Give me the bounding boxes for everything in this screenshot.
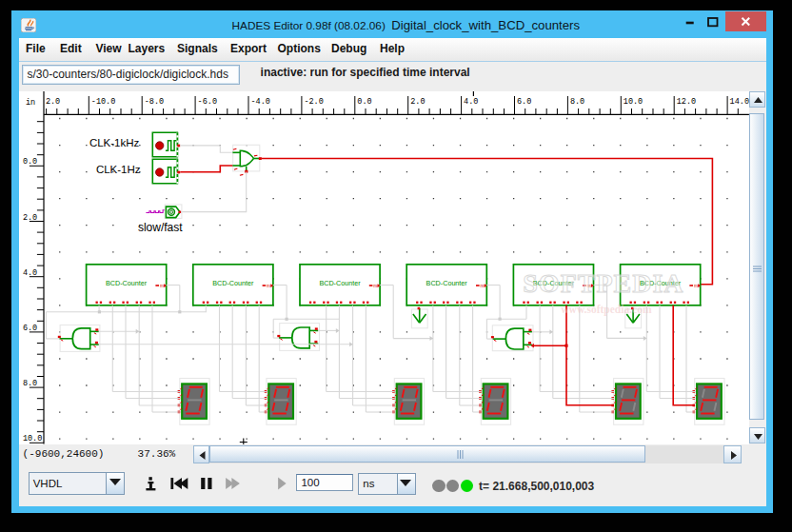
- svg-text:www.softpedia.com: www.softpedia.com: [561, 304, 652, 316]
- svg-text:in: in: [25, 98, 34, 108]
- svg-text:14.0: 14.0: [729, 97, 748, 107]
- svg-text:-10.0: -10.0: [90, 97, 115, 107]
- svg-text:BCD-Counter: BCD-Counter: [319, 279, 361, 287]
- svg-text:10.0: 10.0: [623, 97, 642, 107]
- svg-text:2.0: 2.0: [410, 97, 425, 107]
- svg-text:-8.0: -8.0: [144, 97, 163, 107]
- svg-text:-6.0: -6.0: [197, 97, 216, 107]
- svg-text:BCD-Counter: BCD-Counter: [212, 279, 254, 287]
- svg-text:8.0: 8.0: [22, 379, 36, 388]
- svg-text:10.0: 10.0: [22, 434, 41, 443]
- svg-text:8.0: 8.0: [569, 97, 584, 107]
- svg-text:BCD-Counter: BCD-Counter: [426, 279, 467, 287]
- svg-text:slow/fast: slow/fast: [137, 221, 182, 234]
- svg-text:CLK-1Hz: CLK-1Hz: [95, 164, 140, 175]
- svg-text:-2.0: -2.0: [304, 97, 323, 107]
- svg-text:12.0: 12.0: [676, 97, 695, 107]
- svg-text:BCD-Counter: BCD-Counter: [106, 279, 148, 287]
- svg-text:4.0: 4.0: [22, 268, 36, 278]
- svg-text:2.0: 2.0: [45, 97, 59, 107]
- svg-text:4.0: 4.0: [464, 97, 478, 107]
- svg-text:2.0: 2.0: [22, 213, 36, 223]
- svg-text:SOFTPEDIA: SOFTPEDIA: [523, 268, 683, 298]
- svg-text:0.0: 0.0: [22, 157, 36, 167]
- svg-text:-4.0: -4.0: [250, 97, 269, 107]
- svg-text:6.0: 6.0: [22, 324, 36, 333]
- svg-text:0.0: 0.0: [357, 97, 371, 107]
- svg-text:6.0: 6.0: [517, 97, 531, 107]
- svg-text:CLK-1kHz: CLK-1kHz: [89, 137, 139, 148]
